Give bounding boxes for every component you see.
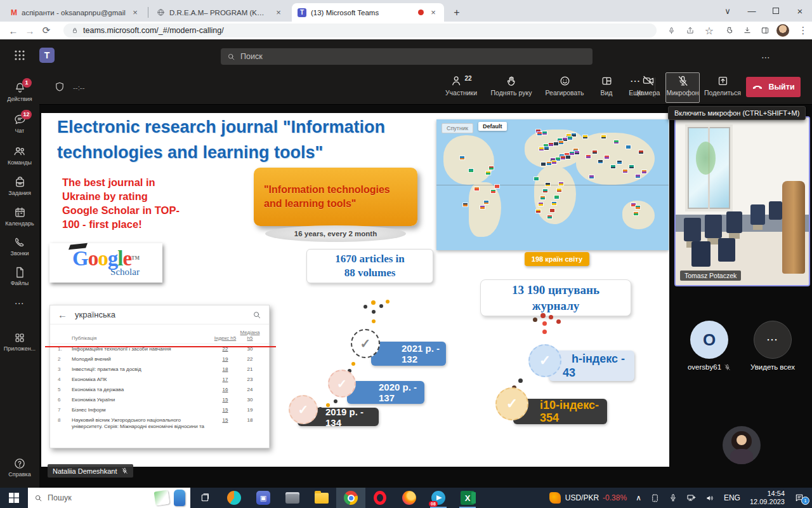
- view-button[interactable]: Вид: [594, 74, 619, 97]
- map-satellite-button[interactable]: Спутник: [442, 123, 473, 133]
- row-number: 2: [58, 356, 72, 363]
- waffle-menu-icon[interactable]: [14, 50, 25, 64]
- sidepanel-icon[interactable]: [757, 23, 773, 38]
- extensions-icon[interactable]: [722, 23, 737, 38]
- teams-logo[interactable]: T: [39, 48, 55, 63]
- app-blue-tool[interactable]: ▣: [249, 488, 278, 508]
- window-minimize-button[interactable]: —: [740, 0, 764, 22]
- close-tab-icon[interactable]: ×: [130, 8, 140, 18]
- col-h5-median[interactable]: Медіана h5: [237, 330, 263, 341]
- search-icon[interactable]: [252, 311, 261, 319]
- tray-mic-icon[interactable]: [664, 488, 682, 508]
- sidebar-item-help[interactable]: Справка: [0, 452, 39, 483]
- publication-title: Економіка України: [72, 397, 213, 403]
- tray-language[interactable]: ENG: [719, 488, 745, 508]
- country-flag-marker: [495, 185, 499, 188]
- sidebar-item-assignments[interactable]: Задания: [0, 170, 39, 201]
- task-view-button[interactable]: [190, 488, 219, 508]
- react-button[interactable]: Реагировать: [540, 74, 589, 97]
- browser-menu-icon[interactable]: ⋮: [796, 23, 811, 38]
- taskbar-search-input[interactable]: Пошук: [28, 488, 190, 508]
- app-meet-now[interactable]: [219, 488, 249, 508]
- window-close-button[interactable]: ×: [788, 0, 812, 22]
- notification-center-button[interactable]: 1: [790, 488, 812, 508]
- publication-title: Науковий вісник Ужгородського національн…: [72, 417, 213, 430]
- tray-network-icon[interactable]: [682, 488, 701, 508]
- reload-button[interactable]: ⟳: [38, 23, 55, 38]
- h5-index-value[interactable]: 15: [213, 407, 237, 413]
- map-default-button[interactable]: Default: [478, 122, 507, 131]
- window: [685, 124, 733, 211]
- raise-hand-button[interactable]: Поднять руку: [486, 74, 537, 97]
- sidebar-more-button[interactable]: ⋯: [0, 295, 39, 312]
- file-icon: [13, 266, 26, 279]
- app-file-explorer[interactable]: [307, 488, 336, 508]
- tray-tablet-icon[interactable]: [646, 488, 664, 508]
- address-bar[interactable]: teams.microsoft.com/_#/modern-calling/: [63, 23, 657, 37]
- see-all-participants-button[interactable]: ⋯: [754, 321, 792, 359]
- close-tab-icon[interactable]: ×: [273, 8, 284, 18]
- sidebar-label: Действия: [7, 96, 32, 102]
- leave-call-button[interactable]: Выйти: [746, 77, 801, 97]
- app-gray-device[interactable]: [278, 488, 307, 508]
- tray-clock[interactable]: 14:54 12.09.2023: [745, 490, 790, 506]
- speaker-video-tile[interactable]: Tomasz Potaczek: [674, 116, 810, 286]
- country-flag-marker: [539, 203, 543, 206]
- download-icon[interactable]: [740, 23, 755, 38]
- app-chrome[interactable]: [336, 488, 365, 508]
- country-flag-marker: [583, 135, 587, 138]
- search-highlight-notebook-graphic: [154, 490, 170, 506]
- browser-tab-teams[interactable]: T (13) Microsoft Teams ×: [292, 3, 444, 22]
- browser-profile-avatar[interactable]: [775, 23, 790, 38]
- browser-tab-gmail[interactable]: M аспіранти - oksanapnpu@gmail ×: [5, 3, 146, 22]
- self-view-video[interactable]: [723, 426, 761, 464]
- country-flag-marker: [536, 210, 540, 213]
- app-firefox[interactable]: [395, 488, 424, 508]
- participant-avatar-oversby61[interactable]: O: [690, 321, 728, 359]
- app-opera[interactable]: [365, 488, 395, 508]
- teams-more-icon[interactable]: ⋯: [761, 52, 771, 62]
- camera-button[interactable]: Камера: [633, 74, 664, 97]
- app-telegram[interactable]: 08: [424, 488, 453, 508]
- sidebar-item-chat[interactable]: 12 Чат: [0, 108, 39, 138]
- close-tab-icon[interactable]: ×: [428, 8, 438, 18]
- mic-permission-icon[interactable]: [664, 23, 679, 38]
- h5-index-value[interactable]: 18: [213, 366, 237, 373]
- h5-index-value[interactable]: 17: [213, 377, 237, 383]
- teams-search-input[interactable]: Поиск: [221, 48, 593, 65]
- h5-index-value[interactable]: 15: [213, 417, 237, 424]
- sidebar-item-calendar[interactable]: Календарь: [0, 201, 39, 231]
- back-button[interactable]: ←: [5, 23, 22, 38]
- back-arrow-icon[interactable]: ←: [58, 309, 67, 320]
- window-menu-button[interactable]: ∨: [716, 0, 740, 22]
- participants-button[interactable]: 22 Участники: [440, 74, 482, 97]
- sidebar-item-teams[interactable]: Команды: [0, 140, 39, 170]
- share-button[interactable]: Поделиться: [703, 74, 742, 97]
- sidebar-item-calls[interactable]: Звонки: [0, 231, 39, 262]
- app-excel[interactable]: X: [453, 488, 482, 508]
- col-publication[interactable]: Публікація: [72, 335, 213, 341]
- mic-button[interactable]: Микрофон: [666, 74, 699, 97]
- window-maximize-button[interactable]: [764, 0, 788, 22]
- country-flag-marker: [570, 152, 574, 155]
- new-tab-button[interactable]: +: [448, 3, 466, 22]
- start-button[interactable]: [0, 488, 28, 508]
- sidebar-item-activity[interactable]: 1 Действия: [0, 76, 39, 107]
- publication-title: Бізнес Інформ: [72, 407, 213, 413]
- sidebar-item-files[interactable]: Файлы: [0, 261, 39, 291]
- h5-index-value[interactable]: 15: [213, 397, 237, 403]
- browser-tab-dream[interactable]: D.R.E.A.M– PROGRAM (KSIĄŻEC ×: [151, 3, 289, 22]
- news-widget[interactable]: USD/PKR -0.38%: [545, 488, 631, 508]
- col-h5-index[interactable]: Індекс h5: [213, 335, 237, 341]
- tray-chevron-up[interactable]: ∧: [631, 488, 646, 508]
- rosette-badge-2019: ✓: [289, 395, 318, 424]
- bookmark-star-icon[interactable]: ☆: [702, 23, 717, 38]
- country-flag-marker: [611, 165, 615, 168]
- h5-index-value[interactable]: 16: [213, 387, 237, 393]
- tray-volume-icon[interactable]: [701, 488, 719, 508]
- h5-index-value[interactable]: 19: [213, 356, 237, 363]
- sidebar-item-apps[interactable]: Приложен...: [0, 326, 39, 357]
- share-page-icon[interactable]: [683, 23, 698, 38]
- forward-button[interactable]: →: [22, 23, 38, 38]
- timeline-value: 132: [402, 354, 446, 364]
